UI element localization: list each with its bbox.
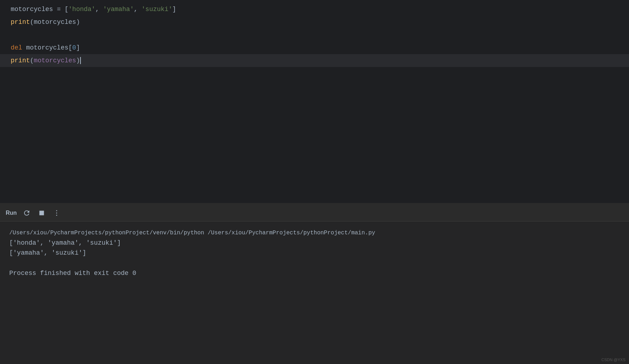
code-token: del bbox=[11, 41, 22, 54]
code-line-2: print (motorcycles) bbox=[0, 16, 629, 28]
code-token: ( bbox=[30, 54, 34, 67]
output-area: /Users/xiou/PycharmProjects/pythonProjec… bbox=[0, 222, 629, 364]
code-token: motorcycles bbox=[34, 54, 76, 67]
stop-button[interactable] bbox=[37, 208, 47, 218]
code-token: print bbox=[11, 16, 30, 28]
code-editor[interactable]: motorcycles = [ 'honda' , 'yamaha' , 'su… bbox=[0, 0, 629, 203]
rerun-icon bbox=[23, 209, 31, 217]
code-token: ] bbox=[172, 3, 176, 16]
code-token: motorcycles[ bbox=[22, 41, 72, 54]
svg-rect-0 bbox=[40, 210, 44, 215]
text-cursor bbox=[80, 57, 81, 64]
stop-icon bbox=[38, 209, 46, 217]
code-token: 0 bbox=[72, 41, 76, 54]
code-token: ) bbox=[76, 54, 80, 67]
more-options-button[interactable] bbox=[52, 208, 62, 218]
output-line-process: Process finished with exit code 0 bbox=[9, 268, 620, 279]
code-token: print bbox=[11, 54, 30, 67]
more-options-icon bbox=[53, 209, 61, 217]
output-line-1: ['honda', 'yamaha', 'suzuki'] bbox=[9, 238, 620, 248]
code-token: 'suzuki' bbox=[141, 3, 172, 16]
run-label: Run bbox=[6, 210, 17, 216]
code-line-5: print ( motorcycles ) bbox=[0, 54, 629, 67]
code-token: ] bbox=[76, 41, 80, 54]
code-token: = [ bbox=[53, 3, 68, 16]
code-token: motorcycles bbox=[11, 3, 53, 16]
svg-point-3 bbox=[56, 215, 57, 216]
svg-point-2 bbox=[56, 212, 57, 213]
code-line-3 bbox=[0, 28, 629, 41]
output-line-2: ['yamaha', 'suzuki'] bbox=[9, 248, 620, 258]
svg-point-1 bbox=[56, 210, 57, 211]
code-token: , bbox=[134, 3, 142, 16]
code-line-1: motorcycles = [ 'honda' , 'yamaha' , 'su… bbox=[0, 3, 629, 16]
output-line-empty bbox=[9, 258, 620, 268]
run-panel: Run /Users/xiou/PycharmProjects/pythonPr… bbox=[0, 204, 629, 364]
code-line-4: del motorcycles[ 0 ] bbox=[0, 41, 629, 54]
rerun-button[interactable] bbox=[22, 208, 32, 218]
run-toolbar: Run bbox=[0, 204, 629, 222]
output-line-path: /Users/xiou/PycharmProjects/pythonProjec… bbox=[9, 229, 620, 238]
code-token: , bbox=[95, 3, 103, 16]
code-token: (motorcycles) bbox=[30, 16, 80, 28]
code-token: 'yamaha' bbox=[103, 3, 134, 16]
code-token: 'honda' bbox=[68, 3, 95, 16]
watermark: CSDN @YXS bbox=[602, 358, 625, 362]
